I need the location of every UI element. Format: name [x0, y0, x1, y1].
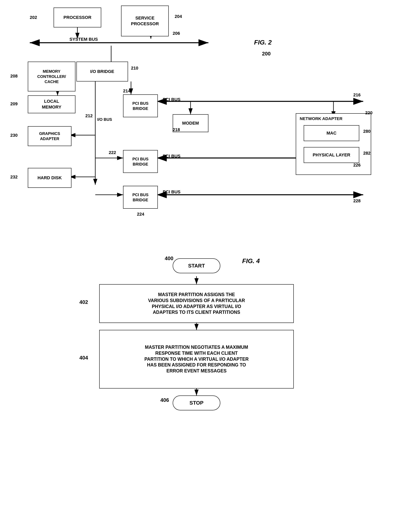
ref-208: 208: [10, 74, 18, 79]
ref-222: 222: [109, 150, 116, 155]
ref-214: 214: [123, 88, 130, 94]
pci-bus-1-label: PCI BUS: [163, 97, 180, 102]
start-oval: START: [173, 258, 220, 273]
diagram-container: FIG. 2 200 PROCESSOR 202 SERVICE PROCESS…: [0, 0, 393, 532]
ref-402: 402: [79, 299, 88, 305]
ref-282: 282: [363, 151, 371, 156]
service-processor-box: SERVICE PROCESSOR: [121, 5, 169, 36]
ref-406: 406: [160, 397, 169, 403]
fig2-title: FIG. 2: [254, 39, 272, 46]
ref-280: 280: [363, 129, 371, 134]
ref-212: 212: [85, 113, 93, 118]
pci-bus-2-label: PCI BUS: [163, 154, 180, 159]
ref-209: 209: [10, 101, 18, 106]
ref-230: 230: [10, 133, 18, 138]
system-bus-label: SYSTEM BUS: [69, 37, 98, 42]
hard-disk-box: HARD DISK: [28, 168, 71, 188]
pci-bus-3-label: PCI BUS: [163, 189, 180, 195]
ref-206: 206: [173, 31, 180, 36]
ref-216: 216: [353, 92, 361, 98]
memory-controller-box: MEMORY CONTROLLER/ CACHE: [28, 62, 75, 91]
ref-226: 226: [353, 163, 361, 168]
pci-bus-bridge-3-box: PCI BUS BRIDGE: [123, 186, 158, 209]
mac-box: MAC: [304, 125, 359, 141]
network-adapter-label: NETWORK ADAPTER: [300, 116, 342, 121]
ref-400: 400: [165, 255, 173, 261]
ref-200: 200: [262, 51, 270, 57]
pci-bus-bridge-1-box: PCI BUS BRIDGE: [123, 94, 158, 117]
ref-218: 218: [173, 127, 180, 132]
ref-210: 210: [131, 65, 138, 71]
ref-220: 220: [365, 110, 373, 115]
io-bus-label: I/O BUS: [97, 117, 112, 122]
ref-404: 404: [79, 355, 88, 361]
fig4-title: FIG. 4: [242, 257, 260, 265]
ref-202: 202: [30, 15, 37, 20]
pci-bus-bridge-2-box: PCI BUS BRIDGE: [123, 150, 158, 173]
io-bridge-box: I/O BRIDGE: [76, 62, 128, 81]
step-404-box: MASTER PARTITION NEGOTIATES A MAXIMUM RE…: [99, 330, 294, 388]
ref-232: 232: [10, 175, 18, 180]
local-memory-box: LOCAL MEMORY: [28, 95, 75, 113]
processor-box: PROCESSOR: [54, 8, 101, 27]
ref-228: 228: [353, 198, 361, 204]
stop-oval: STOP: [173, 396, 220, 410]
graphics-adapter-box: GRAPHICS ADAPTER: [28, 126, 71, 146]
ref-224: 224: [137, 212, 144, 217]
physical-layer-box: PHYSICAL LAYER: [304, 147, 359, 163]
step-402-box: MASTER PARTITION ASSIGNS THE VARIOUS SUB…: [99, 284, 294, 323]
ref-204: 204: [175, 14, 182, 19]
